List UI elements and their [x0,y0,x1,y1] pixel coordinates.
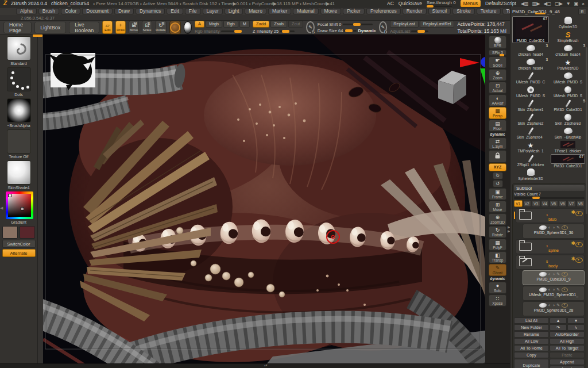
stroke-replay-badge[interactable]: ✎D [379,21,387,33]
all-to-target-button[interactable]: All To Target [550,345,585,351]
tool-item[interactable]: Skin_ZSphere2 [512,113,549,126]
tool-item[interactable]: UMesh_PM3D_C [512,71,549,85]
tool-item[interactable]: 3 chicken_head4 [512,57,549,71]
mrgb-toggle[interactable]: Mrgb [206,21,222,28]
menus-button[interactable]: Menus [461,0,481,7]
tray-scroll-left-icon[interactable]: ◀▥ [521,1,529,6]
tool-item[interactable]: Skin_~BrushAlp [550,126,586,140]
scroll-button[interactable]: ☛ Scroll [489,56,506,68]
rgb-toggle[interactable]: Rgb [223,21,238,28]
move-up-button[interactable]: ▲ [550,317,567,324]
viewport-3d[interactable] [43,34,485,363]
subtool-item[interactable]: ◐ ◑ ✎ PM3D_Sphere3D1_28 [523,301,585,316]
scale-mode-button[interactable]: S ⊡ Scale [142,21,152,34]
menu-item[interactable]: Edit [167,8,183,14]
replay-last-button[interactable]: ReplayLast [390,21,419,28]
eye-icon[interactable] [575,258,583,263]
menu-item[interactable]: Alpha [16,8,37,14]
visibility-tab[interactable]: V3 [532,200,540,207]
uv-icon[interactable]: ◑ [552,303,555,308]
tool-item[interactable]: Cylinder3D [550,16,586,29]
visibility-tab[interactable]: V1 [514,200,523,207]
restore-icon[interactable]: ▣ [574,1,579,6]
focal-shift-slider[interactable]: Focal Shift 0 [318,22,376,27]
secondary-color-swatch[interactable] [20,226,35,239]
solo-button[interactable]: ● Solo [489,282,506,294]
tool-item[interactable]: 67 PM3D_Cube3D1 [550,154,586,167]
tray-scroll-right-icon[interactable]: ▥▶ [532,1,540,6]
all-to-home-button[interactable]: All To Home [514,345,549,351]
left-tray-divider-tab[interactable] [33,34,42,37]
draw-size-slider[interactable]: Draw Size 64 Dynamic [318,28,376,33]
menu-item[interactable]: Material [293,8,318,14]
see-through-slider[interactable]: See-through 0 [427,0,456,7]
close-icon[interactable]: × [582,1,585,6]
zcut-toggle[interactable]: Zcut [288,21,304,28]
current-brush-slot[interactable]: Standard [6,36,32,66]
menu-item[interactable]: Draw [114,8,134,14]
rotate-mode-button[interactable]: R ↻ Rotate [155,21,167,34]
rotate-view-button[interactable]: ↻ Rotate [489,226,506,238]
move-out-folder-button[interactable]: ↷ [550,324,567,331]
brush-icon[interactable]: ✎ [556,225,560,230]
r-button[interactable]: R [578,8,586,15]
current-material-ball[interactable] [184,21,192,34]
menu-item[interactable]: Marker [268,8,291,14]
tool-item[interactable]: TPose1_chicker [550,140,586,154]
move-mode-button[interactable]: M ⊞ Move [129,21,139,34]
tool-item[interactable]: UMesh_PM3D_S [550,71,586,85]
subtool-item[interactable]: ◐ ◑ ✎ PM3D_Sphere3D1_36 [523,224,585,239]
zadd-toggle[interactable]: Zadd [253,21,269,28]
menu-item[interactable]: Document [82,8,113,14]
current-stroke-slot[interactable]: Dots [6,67,32,97]
zoom-button[interactable]: ⊕ Zoom [489,69,506,81]
uv-icon[interactable]: ◑ [552,225,555,230]
subtool-folder-body[interactable]: ✱ 5 body [516,255,585,270]
z-intensity-slider[interactable]: Z Intensity 25 [253,29,303,34]
persp-button[interactable]: ▦ Persp [489,107,506,119]
tool-item[interactable]: 3 chicken_head4 [550,44,586,57]
visibility-tab[interactable]: V6 [559,200,567,207]
color-a-toggle[interactable]: A [195,21,204,28]
xyz-rotation-button[interactable]: XYZ [489,163,506,171]
ac-button[interactable]: AC [387,1,394,6]
subtool-folder-blob[interactable]: ✱ 1 blob [516,208,585,223]
main-color-swatch[interactable] [2,226,18,239]
subtool-item[interactable]: ◐ ◑ ✎ UMesh_PM3D_Sphere3D1_ [523,286,585,301]
gear-icon[interactable]: ✱ [571,210,575,215]
alternate-color-button[interactable]: Alternate [2,249,36,257]
move-into-folder-button[interactable]: ↳ [567,324,585,331]
bpr-button[interactable]: BPR [489,36,506,49]
eye-icon[interactable] [575,242,583,247]
rgb-intensity-slider[interactable]: Rgb Intensity [195,29,250,34]
subtool-title[interactable]: Subtool [514,185,585,191]
eye-icon[interactable] [562,303,568,308]
xpose-button[interactable]: ∷ Xpose [489,294,506,306]
visibility-tab[interactable]: V4 [541,200,550,207]
copy-button[interactable]: Copy [514,352,549,358]
menu-item[interactable]: Stencil [428,8,451,14]
menu-item[interactable]: Texture [477,8,501,14]
menu-item[interactable]: Layer [203,8,223,14]
floor-button[interactable]: ▤ Floor [489,120,506,132]
brush-icon[interactable]: ✎ [556,303,560,308]
tool-item[interactable]: Skin_ZSphere1 [512,99,549,112]
menu-item[interactable]: Color [61,8,80,14]
right-tray-scrollbar[interactable] [586,47,587,214]
new-folder-button[interactable]: New Folder [514,324,549,331]
visibility-tab[interactable]: V8 [577,200,585,207]
brush-icon[interactable]: ✎ [556,272,560,277]
current-alpha-slot[interactable]: ~BrushAlpha [6,98,32,128]
live-boolean-button[interactable]: Live Boolean [69,22,99,33]
menu-item[interactable]: Render [403,8,427,14]
menu-item[interactable]: Movie [320,8,342,14]
tool-item[interactable]: PolyMesh3D [550,57,586,71]
tool-header-slider[interactable] [535,13,546,14]
actual-button[interactable]: ⊡ Actual [489,82,506,94]
polypaint-icon[interactable]: ◐ [548,288,551,292]
list-all-button[interactable]: List All [514,317,549,324]
duplicate-button[interactable]: Duplicate [514,359,549,368]
tool-item[interactable]: 3 chicken_head4 [512,44,549,57]
gear-icon[interactable]: ✱ [571,256,575,262]
visibility-tab[interactable]: V2 [523,200,532,207]
